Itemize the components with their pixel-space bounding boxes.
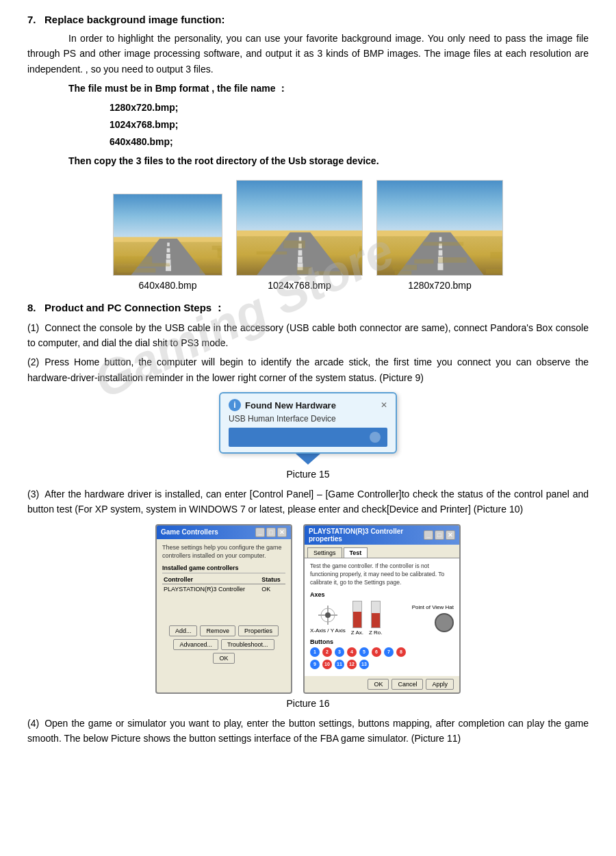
ps-btn-1: 1	[310, 647, 320, 657]
ps-btn-3: 3	[335, 647, 344, 657]
ps-btn-7: 7	[384, 647, 394, 657]
gc-properties-btn[interactable]: Properties	[238, 625, 279, 636]
gc-ok-btn[interactable]: OK	[213, 653, 234, 664]
section-7-number: 7.	[27, 14, 44, 25]
ps-z-fill	[353, 612, 361, 627]
road-canvas-1024	[237, 181, 363, 276]
svg-point-0	[370, 432, 381, 443]
filename-1: 1280x720.bmp;	[110, 99, 589, 116]
image-label-1280: 1280x720.bmp	[408, 280, 472, 291]
gc-row-status: OK	[260, 584, 285, 595]
gc-table: Controller Status PLAYSTATION(R)3 Contro…	[162, 575, 285, 594]
found-hardware-popup: i Found New Hardware ✕ USB Human Interfa…	[219, 392, 397, 454]
ps-pov-container: Point of View Hat	[412, 604, 454, 632]
filename-2: 1024x768.bmp;	[110, 116, 589, 133]
gc-advanced-btn[interactable]: Advanced...	[173, 639, 218, 650]
gc-minimize-btn[interactable]: _	[255, 528, 265, 537]
gc-titlebar: Game Controllers _ □ ✕	[157, 526, 291, 539]
ps-titlebar: PLAYSTATION(R)3 Controller properties _ …	[305, 526, 459, 545]
ps-minimize-btn[interactable]: _	[424, 530, 433, 540]
ps-cancel-btn[interactable]: Cancel	[392, 679, 423, 690]
picture-16-label: Picture 16	[27, 698, 589, 709]
ps-zr-label: Z Ro.	[369, 630, 383, 636]
ps-crosshair-container: X-Axis / Y Axis	[310, 603, 346, 634]
road-image-1280	[376, 180, 503, 276]
filename-list: 1280x720.bmp; 1024x768.bmp; 640x480.bmp;	[110, 99, 589, 151]
ps-axes-row: X-Axis / Y Axis Z Ax. Z Ro.	[310, 601, 454, 636]
ps-axes-label: Axes	[310, 591, 454, 598]
ps-buttons-row: 1 2 3 4 5 6 7 8	[310, 647, 454, 657]
image-box-640: 640x480.bmp	[113, 194, 222, 291]
para3-num: (3)	[27, 489, 39, 500]
gc-close-btn[interactable]: ✕	[277, 528, 287, 537]
ps-btn-9: 9	[310, 660, 320, 669]
section-8-para2: (2)Press Home button, the computer will …	[27, 354, 589, 385]
ps-apply-btn[interactable]: Apply	[426, 679, 454, 690]
ps-tab-settings[interactable]: Settings	[307, 547, 342, 558]
ps-buttons-row-2: 9 10 11 12 13	[310, 660, 454, 669]
ps-btn-4: 4	[347, 647, 357, 657]
popup-blue-bar	[229, 428, 387, 447]
ps-pov-hat	[435, 613, 454, 632]
image-label-640: 640x480.bmp	[139, 280, 197, 291]
section-8-para1: (1)Connect the console by the USB cable …	[27, 320, 589, 351]
popup-arrow	[296, 454, 320, 465]
gc-more-buttons: Advanced... Troubleshoot...	[162, 639, 285, 650]
ps-btn-5: 5	[359, 647, 369, 657]
ps-tabs: Settings Test	[305, 545, 459, 558]
ps-titlebar-buttons: _ □ ✕	[424, 530, 455, 540]
road-image-1024	[236, 180, 363, 276]
gc-restore-btn[interactable]: □	[266, 528, 276, 537]
gc-ok-row: OK	[162, 653, 285, 664]
ps-close-btn[interactable]: ✕	[446, 530, 455, 540]
gc-add-btn[interactable]: Add...	[169, 625, 198, 636]
image-box-1024: 1024x768.bmp	[236, 180, 363, 291]
ps-zr-fill	[372, 613, 380, 627]
crosshair-icon	[316, 603, 340, 627]
popup-title-row: i Found New Hardware ✕	[229, 399, 387, 411]
ps-btn-2: 2	[322, 647, 332, 657]
gc-action-buttons: Add... Remove Properties	[162, 625, 285, 636]
ps-title: PLAYSTATION(R)3 Controller properties	[309, 528, 424, 543]
ps-buttons-label: Buttons	[310, 638, 454, 645]
gc-row: PLAYSTATION(R)3 Controller OK	[162, 584, 285, 595]
ps-desc: Test the game controller. If the control…	[310, 562, 454, 587]
ps-btn-10: 10	[322, 660, 332, 669]
section-7: 7. Replace background image function: In…	[27, 14, 589, 291]
ps-tab-test[interactable]: Test	[344, 547, 368, 558]
ps-z-axis: Z Ax.	[351, 601, 363, 636]
image-label-1024: 1024x768.bmp	[268, 280, 331, 291]
gc-desc: These settings help you configure the ga…	[162, 543, 285, 560]
section-8-number: 8.	[27, 302, 44, 313]
popup-subtitle: USB Human Interface Device	[229, 414, 387, 424]
gc-remove-btn[interactable]: Remove	[200, 625, 235, 636]
gc-col-controller: Controller	[162, 575, 260, 584]
ps-zr-axis-bar	[371, 601, 381, 628]
para4-num: (4)	[27, 718, 39, 729]
gc-col-status: Status	[260, 575, 285, 584]
popup-close-btn[interactable]: ✕	[381, 400, 387, 410]
gc-installed-label: Installed game controllers	[162, 565, 285, 573]
ps-z-axis-bar	[352, 601, 362, 628]
gc-empty-space	[162, 598, 285, 625]
gc-body: These settings help you configure the ga…	[157, 539, 291, 668]
ps-restore-btn[interactable]: □	[435, 530, 444, 540]
ps3-controller-dialog: PLAYSTATION(R)3 Controller properties _ …	[303, 524, 461, 694]
controller-dialogs: Game Controllers _ □ ✕ These settings he…	[27, 524, 589, 694]
popup-title: i Found New Hardware	[229, 399, 336, 411]
ps-btn-12: 12	[347, 660, 357, 669]
ps-footer: OK Cancel Apply	[305, 676, 459, 692]
axis-xy-label: X-Axis / Y Axis	[310, 627, 346, 634]
para1-num: (1)	[27, 322, 39, 333]
gc-troubleshoot-btn[interactable]: Troubleshoot...	[221, 639, 274, 650]
ps-btn-13: 13	[359, 660, 369, 669]
gc-titlebar-buttons: _ □ ✕	[255, 528, 287, 537]
hardware-popup-container: i Found New Hardware ✕ USB Human Interfa…	[219, 392, 397, 465]
ps-ok-btn[interactable]: OK	[368, 679, 389, 690]
ps-btn-8: 8	[396, 647, 406, 657]
filename-3: 640x480.bmp;	[110, 133, 589, 151]
ps-btn-11: 11	[335, 660, 344, 669]
road-images-row: 640x480.bmp 1024x768.bmp 1280x720.bmp	[27, 180, 589, 291]
section-8-para3: (3)After the hardware driver is installe…	[27, 487, 589, 517]
section-7-header: 7. Replace background image function:	[27, 14, 589, 25]
